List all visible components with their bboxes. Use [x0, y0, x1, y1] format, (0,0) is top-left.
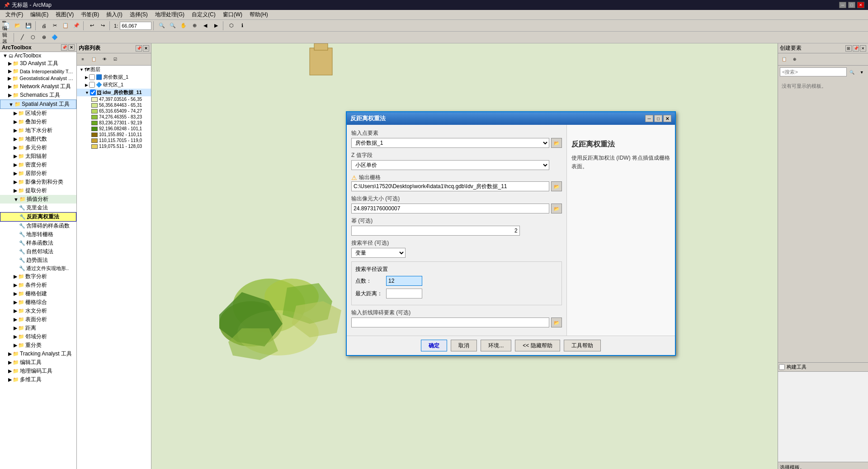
template-filter-btn[interactable]: ▼ [858, 67, 867, 77]
map-area[interactable]: 反距离权重法 ─ □ ✕ 输入点要素 房价数据 [151, 43, 778, 469]
pan-btn[interactable]: ✋ [179, 21, 189, 31]
content-layer-idw[interactable]: ▼ 🖼 idw_房价数据_11 [77, 89, 151, 96]
study-checkbox[interactable] [89, 82, 95, 88]
toolbox-close-btn[interactable]: ✕ [68, 44, 75, 51]
tree-item-conditional[interactable]: ▶ 📁 条件分析 [0, 281, 76, 289]
identify-btn[interactable]: ℹ [237, 21, 247, 31]
tree-item-neighborhood[interactable]: ▶ 📁 邻域分析 [0, 332, 76, 341]
paste-btn[interactable]: 📌 [71, 21, 81, 31]
cut-btn[interactable]: ✂ [50, 21, 60, 31]
search-radius-select[interactable]: 变量 固定 [351, 248, 406, 258]
copy-btn[interactable]: 📋 [61, 21, 71, 31]
content-group-layers[interactable]: ▼ 🗺 图层 [77, 66, 151, 73]
z-field-select[interactable]: 小区单价 [351, 160, 549, 170]
list-by-drawing-order[interactable]: ≡ [78, 54, 88, 64]
menu-window[interactable]: 窗口(W) [219, 10, 246, 19]
max-distance-input[interactable] [386, 289, 422, 298]
draw-btn3[interactable]: ⊕ [39, 33, 49, 43]
dialog-close-btn[interactable]: ✕ [663, 115, 671, 122]
undo-btn[interactable]: ↩ [87, 21, 97, 31]
select-btn[interactable]: ⬡ [226, 21, 236, 31]
env-button[interactable]: 环境... [481, 340, 511, 351]
print-btn[interactable]: 🖨 [39, 21, 49, 31]
output-raster-input[interactable] [351, 181, 549, 191]
redo-btn[interactable]: ↪ [98, 21, 108, 31]
content-layer-study[interactable]: ▶ 🔷 研究区_1 [77, 81, 151, 89]
tree-item-trend[interactable]: 🔧 趋势面法 [0, 256, 76, 265]
input-feature-browse-btn[interactable]: 📂 [551, 138, 562, 148]
content-layer-housing[interactable]: ▶ 🟦 房价数据_1 [77, 73, 151, 81]
tree-item-generalize[interactable]: ▶ 📁 栅格综合 [0, 298, 76, 307]
create-feature-expand-btn[interactable]: ⊞ [845, 45, 852, 52]
dialog-max-btn[interactable]: □ [654, 115, 662, 122]
tree-item-spatial[interactable]: ▼ 📁 Spatial Analyst 工具 [0, 99, 76, 109]
menu-customize[interactable]: 自定义(C) [188, 10, 219, 19]
tree-item-geostat[interactable]: ▶ 📁 Geostatistical Analyst 工具 [0, 75, 76, 82]
title-bar-controls[interactable]: ─ □ ✕ [839, 2, 864, 8]
toolbox-tree[interactable]: ▼ 🗂 ArcToolbox ▶ 📁 3D Analyst 工具 ▶ 📁 Dat… [0, 52, 76, 469]
tree-item-tracking[interactable]: ▶ 📁 Tracking Analyst 工具 [0, 350, 76, 358]
next-extent-btn[interactable]: ▶ [211, 21, 221, 31]
tree-item-spline[interactable]: 🔧 样条函数法 [0, 239, 76, 247]
tree-item-interpolation[interactable]: ▼ 📁 插值分析 [0, 195, 76, 204]
zoom-in-btn[interactable]: 🔍 [157, 21, 167, 31]
tree-item-mapalgebra[interactable]: ▶ 📁 地图代数 [0, 135, 76, 143]
cell-size-browse-btn[interactable]: 📂 [551, 204, 562, 213]
content-pin-btn[interactable]: 📌 [136, 45, 142, 52]
tree-item-natural-neighbor[interactable]: 🔧 自然邻域法 [0, 247, 76, 256]
template-search-btn[interactable]: 🔍 [848, 67, 857, 77]
menu-select[interactable]: 选择(S) [126, 10, 151, 19]
tree-item-multidim[interactable]: ▶ 📁 多维工具 [0, 375, 76, 384]
tree-item-multivariate[interactable]: ▶ 📁 多元分析 [0, 143, 76, 152]
tree-item-schematics[interactable]: ▶ 📁 Schematics 工具 [0, 91, 76, 99]
content-close-btn[interactable]: ✕ [143, 45, 149, 52]
full-extent-btn[interactable]: ⊕ [189, 21, 199, 31]
scale-input[interactable]: 1:66,067 [120, 22, 151, 30]
dialog-title-buttons[interactable]: ─ □ ✕ [645, 115, 671, 122]
create-feature-toolbar-btn1[interactable]: 📋 [779, 54, 789, 64]
close-button[interactable]: ✕ [857, 2, 864, 8]
menu-help[interactable]: 帮助(H) [246, 10, 272, 19]
tree-item-surface[interactable]: ▶ 📁 表面分析 [0, 315, 76, 324]
tree-item-region[interactable]: ▶ 📁 区域分析 [0, 109, 76, 118]
list-by-visibility[interactable]: 👁 [99, 54, 109, 64]
tree-item-3d[interactable]: ▶ 📁 3D Analyst 工具 [0, 59, 76, 68]
toolbox-pin-btn[interactable]: 📌 [61, 44, 67, 51]
power-input[interactable] [351, 226, 520, 236]
draw-btn1[interactable]: ╱ [17, 33, 27, 43]
draw-btn2[interactable]: ⬡ [28, 33, 38, 43]
tree-item-local[interactable]: ▶ 📁 居部分析 [0, 169, 76, 178]
save-btn[interactable]: 💾 [24, 21, 33, 31]
draw-btn4[interactable]: 🔷 [50, 33, 60, 43]
tree-item-editing[interactable]: ▶ 📁 编辑工具 [0, 358, 76, 367]
tree-item-overlay[interactable]: ▶ 📁 叠加分析 [0, 118, 76, 126]
barrier-input[interactable] [351, 317, 549, 327]
tree-item-solar[interactable]: ▶ 📁 太阳辐射 [0, 152, 76, 161]
prev-extent-btn[interactable]: ◀ [200, 21, 210, 31]
output-raster-browse-btn[interactable]: 📂 [551, 181, 562, 191]
tree-item-geocoding[interactable]: ▶ 📁 地理编码工具 [0, 367, 76, 375]
input-feature-select[interactable]: 房价数据_1 [351, 138, 549, 148]
dialog-min-btn[interactable]: ─ [645, 115, 653, 122]
content-tree[interactable]: ▼ 🗺 图层 ▶ 🟦 房价数据_1 ▶ 🔷 研究区_1 ▼ [77, 66, 151, 469]
idw-checkbox[interactable] [90, 90, 96, 95]
menu-geoprocess[interactable]: 地理处理(G) [151, 10, 188, 19]
cancel-button[interactable]: 取消 [451, 340, 477, 351]
menu-edit[interactable]: 编辑(E) [27, 10, 52, 19]
construct-tools-checkbox[interactable] [779, 364, 785, 370]
tree-item-segmentation[interactable]: ▶ 📁 影像分割和分类 [0, 178, 76, 186]
menu-view[interactable]: 视图(V) [52, 10, 77, 19]
minimize-button[interactable]: ─ [839, 2, 846, 8]
tree-item-raster-creation[interactable]: ▶ 📁 栅格创建 [0, 289, 76, 298]
zoom-out-btn[interactable]: 🔍 [168, 21, 178, 31]
maximize-button[interactable]: □ [848, 2, 855, 8]
tree-item-topo-file[interactable]: 🔧 通过文件实现地形.. [0, 265, 76, 272]
point-count-input[interactable] [386, 276, 422, 286]
menu-insert[interactable]: 插入(I) [103, 10, 126, 19]
tree-item-hydrology[interactable]: ▶ 📁 水文分析 [0, 307, 76, 315]
tree-item-distance[interactable]: ▶ 📁 距离 [0, 324, 76, 332]
idw-dialog[interactable]: 反距离权重法 ─ □ ✕ 输入点要素 房价数据 [346, 111, 676, 356]
tree-item-extraction[interactable]: ▶ 📁 提取分析 [0, 186, 76, 195]
tree-item-math[interactable]: ▶ 📁 数字分析 [0, 272, 76, 281]
create-feature-toolbar-btn2[interactable]: ⊕ [790, 54, 800, 64]
